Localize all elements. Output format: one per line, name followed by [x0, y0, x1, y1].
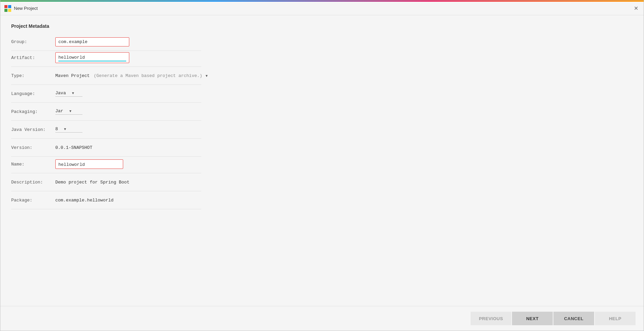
dialog-title: New Project: [14, 6, 38, 11]
package-label: Package:: [11, 198, 55, 203]
app-icon: [4, 5, 11, 12]
artifact-row: Artifact:: [11, 52, 215, 64]
artifact-input[interactable]: [58, 54, 126, 61]
description-label: Description:: [11, 180, 55, 185]
group-label: Group:: [11, 39, 55, 44]
name-label: Name:: [11, 162, 55, 167]
separator-after-packaging: [11, 120, 201, 121]
group-row: Group:: [11, 36, 215, 48]
title-bar: New Project ✕: [0, 2, 644, 15]
type-dropdown-arrow[interactable]: ▼: [205, 74, 208, 78]
new-project-dialog: New Project ✕ Project Metadata Group: Ar…: [0, 0, 644, 331]
title-bar-left: New Project: [4, 5, 38, 12]
svg-rect-2: [4, 9, 7, 12]
content-area: Project Metadata Group: Artifact: Type:: [0, 15, 644, 306]
section-title: Project Metadata: [11, 23, 633, 29]
artifact-field[interactable]: [55, 52, 129, 63]
language-dropdown-arrow[interactable]: ▼: [71, 91, 75, 95]
name-row: Name: helloworld: [11, 158, 215, 170]
package-value: com.example.helloworld: [55, 198, 114, 203]
version-row: Version: 0.0.1-SNAPSHOT: [11, 141, 215, 154]
form-table: Group: Artifact: Type: Maven Project: [11, 36, 215, 209]
name-value: helloworld: [58, 162, 85, 167]
version-label: Version:: [11, 145, 55, 150]
separator-after-description: [11, 191, 201, 191]
description-value: Demo project for Spring Boot: [55, 180, 129, 185]
java-version-dropdown[interactable]: 8 ▼: [55, 126, 82, 133]
next-button[interactable]: NEXT: [512, 312, 553, 325]
cancel-button[interactable]: CANCEL: [553, 312, 594, 325]
packaging-row: Packaging: Jar ▼: [11, 105, 215, 118]
packaging-dropdown-arrow[interactable]: ▼: [69, 109, 72, 113]
packaging-label: Packaging:: [11, 109, 55, 114]
group-input[interactable]: [58, 39, 126, 45]
packaging-dropdown[interactable]: Jar ▼: [55, 109, 82, 115]
artifact-label: Artifact:: [11, 55, 55, 60]
type-label: Type:: [11, 73, 55, 78]
language-dropdown[interactable]: Java ▼: [55, 91, 82, 97]
name-field[interactable]: helloworld: [55, 159, 123, 169]
java-version-label: Java Version:: [11, 127, 55, 132]
java-version-value: 8: [55, 126, 58, 132]
footer: PREVIOUS NEXT CANCEL HELP: [0, 306, 644, 331]
separator-after-language: [11, 102, 201, 103]
packaging-value: Jar: [55, 109, 63, 114]
java-version-row: Java Version: 8 ▼: [11, 123, 215, 136]
separator-after-group: [11, 51, 201, 51]
svg-rect-3: [8, 9, 11, 12]
group-field[interactable]: [55, 37, 129, 46]
close-button[interactable]: ✕: [632, 5, 640, 12]
package-row: Package: com.example.helloworld: [11, 194, 215, 206]
language-row: Language: Java ▼: [11, 87, 215, 100]
help-button[interactable]: HELP: [595, 312, 636, 325]
language-label: Language:: [11, 91, 55, 96]
description-row: Description: Demo project for Spring Boo…: [11, 176, 215, 188]
separator-after-name: [11, 173, 201, 173]
separator-after-package: [11, 209, 201, 209]
type-dropdown[interactable]: Maven Project (Generate a Maven based pr…: [55, 73, 208, 78]
language-value: Java: [55, 91, 66, 96]
type-row: Type: Maven Project (Generate a Maven ba…: [11, 70, 215, 82]
svg-rect-0: [4, 5, 7, 8]
previous-button[interactable]: PREVIOUS: [471, 312, 511, 325]
type-value: Maven Project (Generate a Maven based pr…: [55, 73, 202, 78]
java-version-dropdown-arrow[interactable]: ▼: [63, 127, 67, 131]
version-value: 0.0.1-SNAPSHOT: [55, 145, 92, 150]
separator-after-java-version: [11, 138, 201, 139]
separator-after-type: [11, 84, 201, 85]
separator-after-artifact: [11, 66, 201, 67]
svg-rect-1: [8, 5, 11, 8]
separator-after-version: [11, 156, 201, 157]
